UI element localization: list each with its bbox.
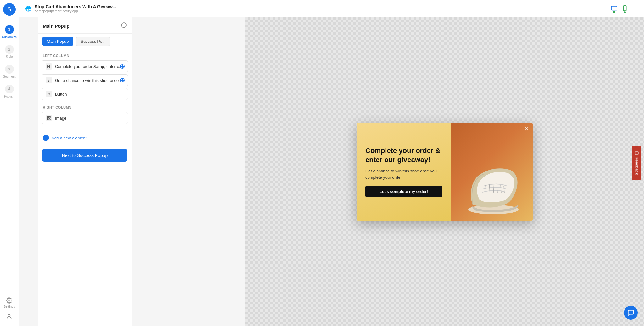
sidebar-bottom: Settings — [3, 297, 15, 326]
feedback-button[interactable]: Feedback — [632, 146, 641, 180]
popup-left-column: Complete your order & enter our giveaway… — [357, 123, 451, 221]
element-image[interactable]: 🖼 Image — [42, 112, 128, 124]
sidebar-item-style[interactable]: 2 Style — [0, 42, 19, 62]
top-bar: 🌐 Stop Cart Abandoners With A Giveaw... … — [19, 0, 644, 17]
mobile-active-dot — [624, 11, 626, 13]
top-bar-right: ⋮ — [611, 5, 638, 12]
sidebar-item-segment[interactable]: 3 Segment — [0, 62, 19, 82]
sidebar-item-customize[interactable]: 1 Customize — [0, 22, 19, 42]
tab-main-popup[interactable]: Main Popup — [42, 37, 73, 46]
svg-point-4 — [625, 10, 625, 11]
next-button[interactable]: Next to Success Popup — [42, 149, 127, 162]
sidebar: S 1 Customize 2 Style 3 Segment 4 Publis… — [0, 0, 19, 326]
popup-subtext: Get a chance to win this shoe once you c… — [365, 168, 442, 180]
svg-rect-2 — [611, 6, 617, 10]
right-column-label: RIGHT COLUMN — [38, 101, 132, 111]
divider — [42, 128, 127, 128]
top-bar-left: 🌐 Stop Cart Abandoners With A Giveaw... … — [25, 4, 611, 13]
main-canvas: Complete your order & enter our giveaway… — [245, 17, 644, 326]
text-icon: T — [46, 77, 52, 83]
globe-icon: 🌐 — [25, 6, 31, 12]
image-icon: 🖼 — [46, 115, 52, 121]
heading-icon: H — [46, 63, 52, 70]
panel-add-button[interactable] — [121, 22, 127, 30]
tabs-row: Main Popup Success Po... — [38, 34, 132, 49]
text-content: Get a chance to win this shoe once ... — [55, 78, 124, 83]
desktop-device-button[interactable] — [611, 6, 618, 11]
element-button[interactable]: □ Button — [42, 88, 128, 100]
nav-label-style: Style — [6, 55, 13, 59]
image-text: Image — [55, 116, 124, 121]
add-element-icon: + — [43, 135, 49, 141]
feedback-label: Feedback — [634, 157, 639, 175]
nav-number-1: 1 — [5, 25, 14, 34]
heading-radio — [120, 64, 125, 69]
popup-heading: Complete your order & enter our giveaway… — [365, 146, 442, 164]
heading-text: Complete your order &amp; enter o... — [55, 64, 124, 69]
nav-number-4: 4 — [5, 85, 14, 93]
settings-button[interactable]: Settings — [3, 297, 15, 308]
chat-bubble-button[interactable] — [624, 306, 638, 320]
panel-header: Main Popup ⋮ — [38, 17, 132, 34]
popup-right-column: ✕ — [451, 123, 533, 221]
add-element-button[interactable]: + Add a new element — [38, 132, 132, 144]
page-title: Stop Cart Abandoners With A Giveaw... — [35, 4, 116, 9]
nav-number-2: 2 — [5, 45, 14, 54]
more-options-button[interactable]: ⋮ — [632, 5, 638, 12]
settings-label: Settings — [3, 305, 15, 308]
svg-point-1 — [8, 314, 10, 317]
popup-image-area — [451, 123, 533, 221]
nav-label-customize: Customize — [2, 35, 17, 39]
element-heading[interactable]: H Complete your order &amp; enter o... — [42, 60, 128, 72]
sidebar-item-publish[interactable]: 4 Publish — [0, 82, 19, 101]
left-panel: Main Popup ⋮ Main Popup Success Po... LE… — [38, 17, 132, 326]
nav-label-publish: Publish — [4, 95, 14, 98]
popup-cta-button[interactable]: Let's complete my order! — [365, 186, 442, 197]
svg-point-0 — [8, 300, 10, 301]
button-icon: □ — [46, 91, 52, 97]
app-logo[interactable]: S — [3, 3, 16, 16]
desktop-active-dot — [613, 11, 615, 13]
profile-button[interactable] — [6, 313, 12, 320]
tab-success-popup[interactable]: Success Po... — [76, 37, 110, 46]
panel-more-button[interactable]: ⋮ — [114, 23, 119, 29]
nav-number-3: 3 — [5, 65, 14, 74]
add-element-label: Add a new element — [52, 136, 86, 140]
panel-title: Main Popup — [43, 23, 69, 29]
text-radio — [120, 78, 125, 82]
nav-label-segment: Segment — [3, 75, 15, 78]
popup-close-button[interactable]: ✕ — [524, 126, 529, 132]
element-text[interactable]: T Get a chance to win this shoe once ... — [42, 74, 128, 86]
page-url: demopopupsmart.netlify.app — [35, 9, 116, 13]
button-text: Button — [55, 92, 124, 97]
left-column-label: LEFT COLUMN — [38, 49, 132, 59]
popup: Complete your order & enter our giveaway… — [357, 123, 533, 221]
panel-header-icons: ⋮ — [114, 22, 127, 30]
mobile-device-button[interactable] — [623, 5, 627, 12]
